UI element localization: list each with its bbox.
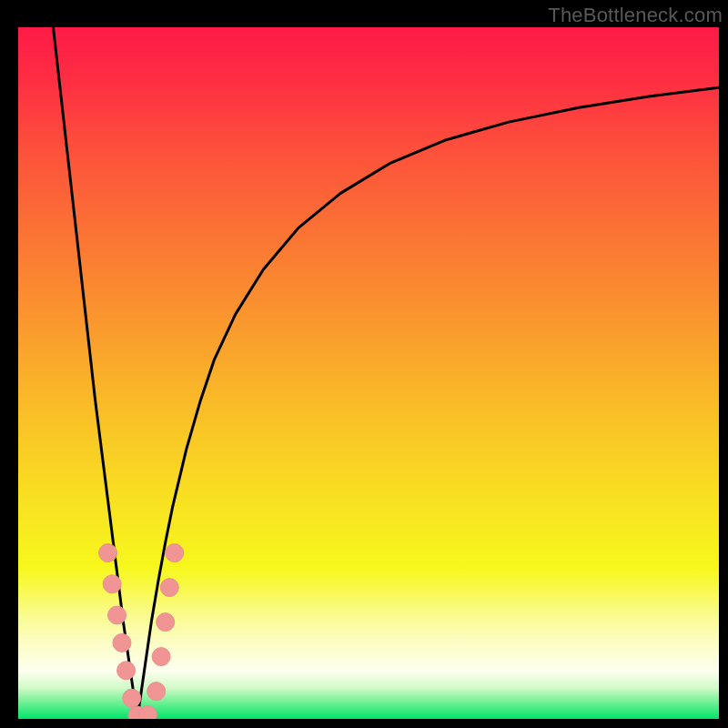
marker-point bbox=[113, 633, 131, 652]
marker-point bbox=[103, 575, 121, 593]
marker-point bbox=[160, 579, 178, 597]
marker-point bbox=[166, 544, 184, 562]
watermark-text: TheBottleneck.com bbox=[548, 4, 723, 27]
plot-area bbox=[18, 27, 719, 719]
marker-point bbox=[147, 682, 166, 701]
marker-point bbox=[117, 662, 136, 680]
marker-point bbox=[99, 544, 117, 562]
marker-point bbox=[108, 606, 126, 624]
marker-point bbox=[152, 648, 170, 666]
chart-svg bbox=[18, 27, 719, 719]
marker-point bbox=[123, 689, 141, 707]
marker-point bbox=[157, 613, 175, 632]
chart-container: TheBottleneck.com bbox=[0, 0, 728, 728]
marker-point bbox=[138, 705, 157, 719]
